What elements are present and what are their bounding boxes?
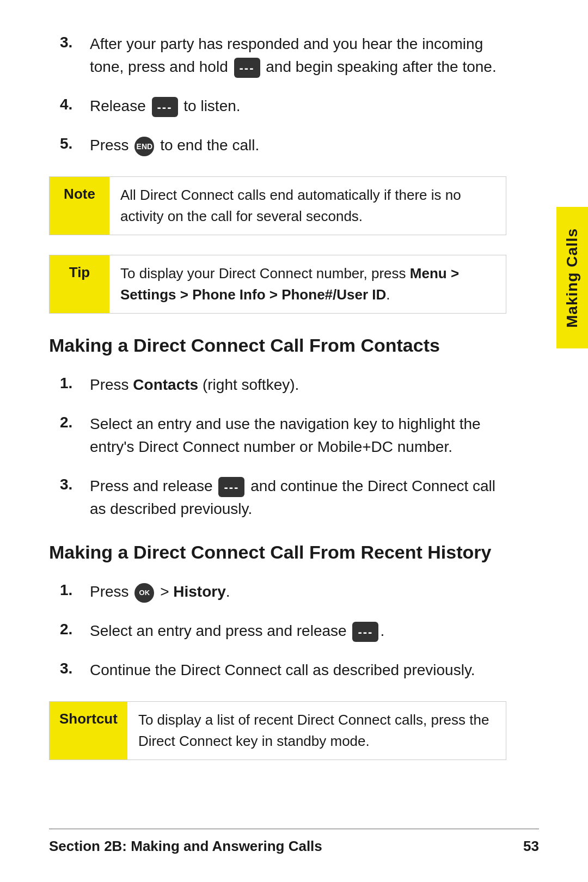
page-container: Making Calls 3. After your party has res… [0,0,588,882]
btn-icon-hold: --- [234,58,260,78]
tip-box: Tip To display your Direct Connect numbe… [49,255,506,314]
section2-heading: Making a Direct Connect Call From Recent… [49,540,506,564]
section1-step-1-text: Press Contacts (right softkey). [90,373,506,396]
shortcut-box: Shortcut To display a list of recent Dir… [49,701,506,760]
section1-heading: Making a Direct Connect Call From Contac… [49,333,506,357]
section2-step-2-number: 2. [60,620,90,638]
side-tab: Making Calls [556,207,588,348]
step-5: 5. Press END to end the call. [60,134,506,157]
btn-icon-release: --- [152,97,178,117]
section2-step-3: 3. Continue the Direct Connect call as d… [60,659,506,682]
btn-icon-s2s2: --- [352,622,378,642]
contacts-bold: Contacts [133,376,198,393]
section1-step-1: 1. Press Contacts (right softkey). [60,373,506,396]
page-footer: Section 2B: Making and Answering Calls 5… [49,829,539,855]
content-area: 3. After your party has responded and yo… [49,33,506,760]
step-3: 3. After your party has responded and yo… [60,33,506,78]
menu-button-icon: OK [134,583,154,603]
btn-icon-s1s3: --- [218,477,244,497]
section2-step-2-text: Select an entry and press and release --… [90,620,506,642]
section2-step-1-text: Press OK > History. [90,580,506,603]
step-5-number: 5. [60,134,90,152]
step-3-number: 3. [60,33,90,51]
side-tab-label: Making Calls [564,228,581,327]
note-content: All Direct Connect calls end automatical… [109,177,506,235]
tip-bold: Menu > Settings > Phone Info > Phone#/Us… [120,265,459,303]
shortcut-content: To display a list of recent Direct Conne… [127,702,506,759]
step-3-text: After your party has responded and you h… [90,33,506,78]
section1-step-1-number: 1. [60,373,90,392]
section1-step-2-number: 2. [60,413,90,431]
tip-content: To display your Direct Connect number, p… [109,255,506,313]
section2-step-3-number: 3. [60,659,90,677]
section2-step-3-text: Continue the Direct Connect call as desc… [90,659,506,682]
section2-steps: 1. Press OK > History. 2. Select an entr… [60,580,506,682]
section1-step-3: 3. Press and release --- and continue th… [60,475,506,520]
section2-step-1: 1. Press OK > History. [60,580,506,603]
section2-step-2: 2. Select an entry and press and release… [60,620,506,642]
footer-section: Section 2B: Making and Answering Calls [49,838,322,855]
note-box: Note All Direct Connect calls end automa… [49,176,506,235]
end-button-icon: END [134,137,154,156]
section1-steps: 1. Press Contacts (right softkey). 2. Se… [60,373,506,520]
section2-step-1-number: 1. [60,580,90,599]
section1-step-2: 2. Select an entry and use the navigatio… [60,413,506,458]
tip-label: Tip [50,255,109,313]
step-4-text: Release --- to listen. [90,95,506,118]
section1-step-3-text: Press and release --- and continue the D… [90,475,506,520]
history-bold: History [173,583,225,600]
shortcut-label: Shortcut [50,702,127,759]
note-label: Note [50,177,109,235]
step-5-text: Press END to end the call. [90,134,506,157]
section1-step-2-text: Select an entry and use the navigation k… [90,413,506,458]
step-4: 4. Release --- to listen. [60,95,506,118]
footer-page-number: 53 [523,838,539,855]
step-4-number: 4. [60,95,90,113]
initial-steps: 3. After your party has responded and yo… [60,33,506,157]
section1-step-3-number: 3. [60,475,90,493]
